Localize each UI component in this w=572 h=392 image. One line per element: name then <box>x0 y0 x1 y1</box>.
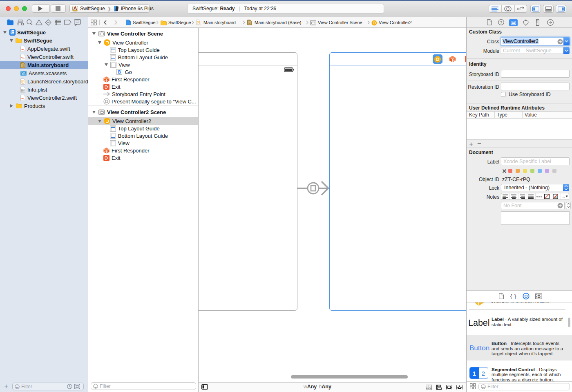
svg-text:0: 0 <box>104 79 105 81</box>
svg-text:0: 0 <box>104 150 105 153</box>
svg-text:1: 1 <box>107 79 108 82</box>
svg-text:?: ? <box>500 20 502 25</box>
svg-text:1: 1 <box>107 150 108 153</box>
svg-text:1: 1 <box>454 60 454 61</box>
